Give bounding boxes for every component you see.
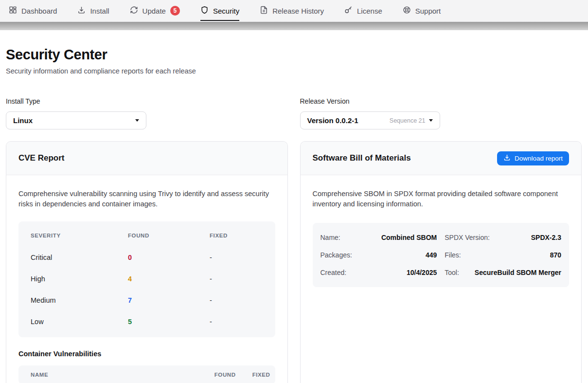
cve-card-body: Comprehensive vulnerability scanning usi… <box>6 175 287 383</box>
col-found: FOUND <box>214 372 236 378</box>
found-value: 4 <box>128 275 210 283</box>
detail-value: SPDX-2.3 <box>531 234 561 241</box>
severity-label: Critical <box>31 254 128 261</box>
table-row-critical: Critical 0 - <box>18 247 275 268</box>
cards-row: CVE Report Comprehensive vulnerability s… <box>6 141 582 383</box>
sbom-card-title: Software Bill of Materials <box>313 153 411 163</box>
detail-value: Combined SBOM <box>381 234 437 241</box>
col-name: NAME <box>31 372 198 378</box>
install-type-label: Install Type <box>6 97 288 105</box>
nav-item-label: Dashboard <box>21 7 57 15</box>
download-report-button[interactable]: Download report <box>497 151 569 165</box>
table-row-medium: Medium 7 - <box>18 290 275 311</box>
nav-item-install[interactable]: Install <box>77 0 109 21</box>
document-icon <box>260 6 268 16</box>
detail-label: Files: <box>445 251 461 259</box>
header-shadow-band <box>0 22 588 30</box>
col-found: FOUND <box>128 233 210 238</box>
sbom-details-grid: Name: Combined SBOM SPDX Version: SPDX-2… <box>313 223 570 287</box>
severity-label: Medium <box>31 296 128 304</box>
install-type-field: Install Type Linux <box>6 97 288 129</box>
severity-label: Low <box>31 318 128 326</box>
sbom-card-body: Comprehensive SBOM in SPDX format provid… <box>301 175 582 301</box>
release-version-field: Release Version Version 0.0.2-1 Sequence… <box>300 97 582 129</box>
nav-item-label: Support <box>415 7 441 15</box>
release-version-value: Version 0.0.2-1 <box>307 116 358 125</box>
container-vulns-table-header: NAME FOUND FIXED <box>18 365 275 383</box>
nav-item-support[interactable]: Support <box>403 0 441 21</box>
refresh-icon <box>130 6 138 16</box>
sbom-detail-created: Created: 10/4/2025 <box>313 264 441 281</box>
container-vulns-title: Container Vulnerabilities <box>18 350 275 358</box>
sbom-card-header: Software Bill of Materials Download repo… <box>301 142 582 175</box>
download-icon <box>503 154 511 163</box>
main-content: Security Center Security information and… <box>0 47 588 383</box>
detail-value: SecureBuild SBOM Merger <box>475 269 561 276</box>
sbom-description: Comprehensive SBOM in SPDX format provid… <box>313 189 570 209</box>
key-icon <box>344 6 353 16</box>
found-value: 0 <box>128 254 210 261</box>
filters-row: Install Type Linux Release Version Versi… <box>6 97 582 129</box>
fixed-value: - <box>210 318 263 326</box>
top-nav: Dashboard Install Update 5 Security <box>0 0 588 22</box>
cve-card-title: CVE Report <box>18 153 64 163</box>
nav-item-label: Release History <box>272 7 324 15</box>
detail-value: 10/4/2025 <box>407 269 437 276</box>
cve-report-card: CVE Report Comprehensive vulnerability s… <box>6 141 288 383</box>
nav-item-license[interactable]: License <box>344 0 382 21</box>
page-subtitle: Security information and compliance repo… <box>6 67 582 75</box>
nav-item-release-history[interactable]: Release History <box>260 0 324 21</box>
chevron-down-icon <box>135 119 139 122</box>
install-type-select[interactable]: Linux <box>6 111 146 129</box>
detail-label: SPDX Version: <box>445 234 490 241</box>
download-report-label: Download report <box>515 155 563 162</box>
detail-value: 449 <box>426 251 437 259</box>
col-fixed: FIXED <box>252 372 270 378</box>
nav-item-label: Update <box>143 7 166 15</box>
fixed-value: - <box>210 296 263 304</box>
nav-item-label: License <box>357 7 382 15</box>
chevron-down-icon <box>429 119 433 122</box>
lifebuoy-icon <box>403 6 411 16</box>
detail-label: Tool: <box>445 269 459 276</box>
detail-label: Packages: <box>321 251 352 259</box>
sbom-detail-spdx-version: SPDX Version: SPDX-2.3 <box>441 229 569 246</box>
table-row-low: Low 5 - <box>18 311 275 332</box>
detail-label: Created: <box>321 269 347 276</box>
release-version-label: Release Version <box>300 97 582 105</box>
detail-value: 870 <box>550 251 561 259</box>
sbom-detail-tool: Tool: SecureBuild SBOM Merger <box>441 264 569 281</box>
cve-card-header: CVE Report <box>6 142 287 175</box>
sbom-detail-name: Name: Combined SBOM <box>313 229 441 246</box>
severity-table: SEVERITY FOUND FIXED Critical 0 - High 4… <box>18 221 275 337</box>
sequence-text: Sequence 21 <box>390 117 426 124</box>
table-row-high: High 4 - <box>18 268 275 290</box>
nav-item-label: Install <box>90 7 109 15</box>
update-count-badge: 5 <box>170 6 180 16</box>
cve-description: Comprehensive vulnerability scanning usi… <box>18 189 275 209</box>
col-severity: SEVERITY <box>31 233 128 238</box>
severity-label: High <box>31 275 128 283</box>
download-icon <box>77 6 86 16</box>
sbom-card: Software Bill of Materials Download repo… <box>300 141 582 383</box>
nav-item-label: Security <box>213 7 239 15</box>
release-version-select[interactable]: Version 0.0.2-1 Sequence 21 <box>300 111 440 129</box>
grid-icon <box>9 6 17 16</box>
nav-item-dashboard[interactable]: Dashboard <box>9 0 57 21</box>
page-title: Security Center <box>6 47 582 63</box>
nav-item-security[interactable]: Security <box>200 0 239 21</box>
found-value: 7 <box>128 296 210 304</box>
nav-item-update[interactable]: Update 5 <box>130 0 180 21</box>
found-value: 5 <box>128 318 210 326</box>
severity-table-header: SEVERITY FOUND FIXED <box>18 224 275 247</box>
fixed-value: - <box>210 275 263 283</box>
sbom-detail-files: Files: 870 <box>441 246 569 264</box>
shield-icon <box>200 6 209 16</box>
detail-label: Name: <box>321 234 340 241</box>
col-fixed: FIXED <box>210 233 263 238</box>
sbom-detail-packages: Packages: 449 <box>313 246 441 264</box>
install-type-value: Linux <box>13 116 33 125</box>
fixed-value: - <box>210 254 263 261</box>
